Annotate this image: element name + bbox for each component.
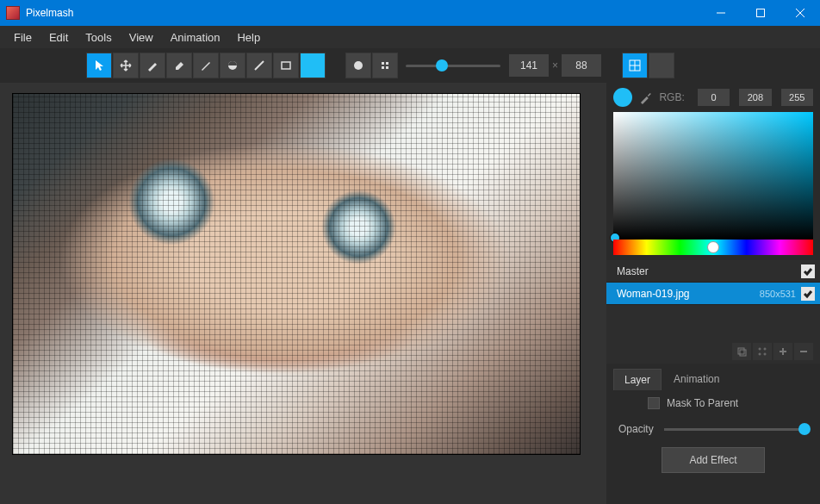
svg-point-13 xyxy=(759,353,761,355)
svg-rect-10 xyxy=(740,350,746,356)
svg-point-3 xyxy=(354,61,363,70)
dim-separator: × xyxy=(552,59,558,72)
tool-brush[interactable] xyxy=(140,53,165,78)
opacity-slider[interactable] xyxy=(664,428,808,431)
grid-options[interactable] xyxy=(649,53,674,78)
tool-line[interactable] xyxy=(246,53,272,78)
app-icon xyxy=(6,6,20,20)
minimize-button[interactable] xyxy=(701,0,741,26)
menu-file[interactable]: File xyxy=(5,28,40,47)
layer-master[interactable]: Master xyxy=(606,260,820,283)
opacity-thumb xyxy=(798,423,811,435)
layer-group-button[interactable] xyxy=(753,343,772,360)
size-slider[interactable] xyxy=(406,53,500,78)
hue-thumb xyxy=(707,241,719,253)
opacity-label: Opacity xyxy=(618,423,654,435)
toolbar: 141 × 88 xyxy=(0,48,820,83)
tool-move[interactable] xyxy=(113,53,139,78)
svg-point-12 xyxy=(764,348,766,350)
tool-pointer[interactable] xyxy=(86,53,112,78)
side-panel: RGB: 0 208 255 Master Woman-019.jpg 850x… xyxy=(606,83,820,504)
canvas-area xyxy=(0,83,606,504)
canvas[interactable] xyxy=(12,93,581,455)
property-tabs: Layer Animation xyxy=(606,364,820,390)
tool-eraser[interactable] xyxy=(166,53,192,78)
tab-animation[interactable]: Animation xyxy=(663,369,730,390)
rgb-r[interactable]: 0 xyxy=(698,89,730,106)
layers-panel: Master Woman-019.jpg 850x531 xyxy=(606,260,820,364)
menu-tools[interactable]: Tools xyxy=(77,28,120,47)
brush-round[interactable] xyxy=(345,53,371,78)
maximize-button[interactable] xyxy=(741,0,780,26)
layer-item[interactable]: Woman-019.jpg 850x531 xyxy=(606,283,820,305)
brush-square[interactable] xyxy=(372,53,398,78)
svg-rect-4 xyxy=(382,62,384,65)
layer-master-visible[interactable] xyxy=(801,264,815,278)
svg-rect-9 xyxy=(738,348,744,354)
add-effect-button[interactable]: Add Effect xyxy=(662,447,765,473)
mask-to-parent-checkbox[interactable] xyxy=(648,397,660,409)
svg-rect-2 xyxy=(282,62,290,69)
height-input[interactable]: 88 xyxy=(562,54,601,77)
menu-animation[interactable]: Animation xyxy=(162,28,229,47)
menubar: File Edit Tools View Animation Help xyxy=(0,26,820,48)
layer-duplicate-button[interactable] xyxy=(732,343,751,360)
saturation-value-picker[interactable] xyxy=(613,112,813,240)
svg-rect-0 xyxy=(757,9,765,17)
color-swatch-toolbar[interactable] xyxy=(300,53,326,78)
grid-toggle[interactable] xyxy=(622,53,648,78)
tab-layer[interactable]: Layer xyxy=(613,369,662,390)
width-input[interactable]: 141 xyxy=(509,54,549,77)
menu-help[interactable]: Help xyxy=(228,28,269,47)
layer-visible[interactable] xyxy=(801,287,815,301)
rgb-b[interactable]: 255 xyxy=(781,89,813,106)
menu-edit[interactable]: Edit xyxy=(40,28,77,47)
tool-pencil[interactable] xyxy=(193,53,219,78)
svg-point-11 xyxy=(759,348,761,350)
layer-add-button[interactable] xyxy=(773,343,792,360)
hue-slider[interactable] xyxy=(613,240,813,255)
app-title: Pixelmash xyxy=(26,7,73,19)
layer-name: Woman-019.jpg xyxy=(617,288,690,300)
rgb-g[interactable]: 208 xyxy=(739,89,771,106)
svg-rect-5 xyxy=(386,62,388,65)
layer-meta: 850x531 xyxy=(760,289,796,299)
tool-rect[interactable] xyxy=(273,53,299,78)
svg-point-14 xyxy=(764,353,766,355)
layer-remove-button[interactable] xyxy=(794,343,813,360)
tool-fill[interactable] xyxy=(220,53,245,78)
svg-rect-7 xyxy=(386,66,388,69)
eyedropper-icon[interactable] xyxy=(639,90,653,104)
mask-to-parent-label: Mask To Parent xyxy=(667,397,738,409)
close-button[interactable] xyxy=(780,0,820,26)
menu-view[interactable]: View xyxy=(121,28,162,47)
current-color-swatch[interactable] xyxy=(613,88,632,107)
titlebar: Pixelmash xyxy=(0,0,820,26)
svg-rect-6 xyxy=(382,66,384,69)
layer-master-label: Master xyxy=(617,265,649,277)
rgb-label: RGB: xyxy=(659,91,684,103)
